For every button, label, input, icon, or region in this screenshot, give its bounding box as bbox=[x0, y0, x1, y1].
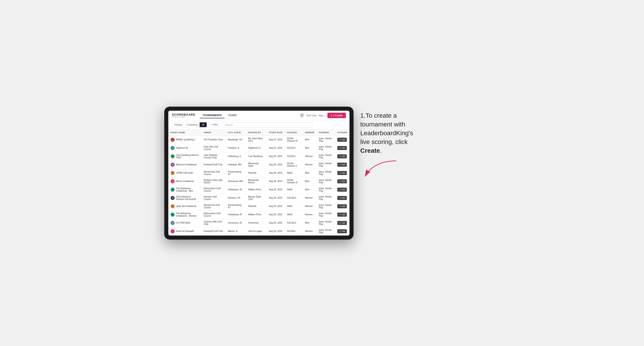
table-row: 🐎 Maverick Invitational Faribault Golf C… bbox=[168, 161, 350, 169]
table-row: ⛳ Highland 36 Park Hills Golf Course Fre… bbox=[168, 144, 350, 152]
annotation-period: . bbox=[380, 147, 382, 154]
city-state-cell-5: Deerwood, MN bbox=[226, 177, 246, 185]
tab-teams[interactable]: TEAMS bbox=[225, 113, 240, 118]
edit-button-2[interactable]: ✏ Edit bbox=[337, 154, 347, 158]
settings-icon[interactable]: ⚙ bbox=[300, 113, 304, 118]
events-table-container: EVENT NAME VENUE CITY, STATE HOSTED BY S… bbox=[168, 130, 350, 236]
header-right: ⚙ Test User Sign... + + Create bbox=[300, 113, 346, 118]
table-row: 🦅 upike fall invitational StoneCrest Gol… bbox=[168, 202, 350, 210]
scoring-cell-7: team, Stroke Play bbox=[316, 194, 335, 202]
venue-cell-11: Kokopelli Golf Club bbox=[202, 227, 226, 235]
scoring-cell-9: team, Stroke Play bbox=[316, 210, 335, 219]
division-cell-2: NJCAA I bbox=[285, 152, 303, 161]
edit-icon-5: ✏ bbox=[339, 180, 341, 182]
actions-cell-5: ✏ Edit bbox=[335, 177, 350, 185]
venue-cell-2: Lake Bracken Country Club bbox=[202, 152, 226, 161]
app-header: SCOREBOARD Powered by Clippit TOURNAMENT… bbox=[168, 111, 350, 120]
edit-button-3[interactable]: ✏ Edit bbox=[337, 163, 347, 167]
sign-link[interactable]: Sign... bbox=[318, 114, 326, 117]
team-logo-5: 🦊 bbox=[170, 179, 175, 183]
col-hosted-by: HOSTED BY bbox=[246, 130, 266, 136]
city-state-cell-0: Newburgh, NY bbox=[226, 136, 246, 144]
start-date-cell-2: Aug 26, 2023 bbox=[266, 152, 285, 161]
col-actions: ACTIONS bbox=[335, 130, 350, 136]
search-wrapper bbox=[222, 122, 312, 128]
actions-cell-6: ✏ Edit bbox=[335, 185, 350, 194]
annotation-create-bold: Create bbox=[360, 147, 380, 154]
filter-hosting-btn[interactable]: Hosting bbox=[172, 122, 184, 127]
gender-cell-1: Men bbox=[303, 144, 317, 152]
actions-cell-10: ✏ Edit bbox=[335, 219, 350, 227]
actions-cell-9: ✏ Edit bbox=[335, 210, 350, 219]
division-cell-1: NJCAA I bbox=[285, 144, 303, 152]
gender-cell-2: Women bbox=[303, 152, 317, 161]
team-logo-10: 🎯 bbox=[170, 221, 175, 225]
filter-btn-group: Hosting Competing All bbox=[172, 122, 207, 127]
gender-cell-9: Women bbox=[303, 210, 317, 219]
event-name-5: Morris Invitational bbox=[176, 180, 194, 182]
division-cell-3: NCAA Division II bbox=[285, 161, 303, 169]
gender-cell-4: Men bbox=[303, 169, 317, 177]
event-name-10: VU PREVIEW bbox=[176, 222, 190, 224]
division-cell-8: NAIA bbox=[285, 202, 303, 210]
filter-competing-btn[interactable]: Competing bbox=[184, 122, 200, 127]
search-input[interactable] bbox=[222, 122, 312, 128]
city-state-cell-10: Vincennes, IN bbox=[226, 219, 246, 227]
edit-button-11[interactable]: ✏ Edit bbox=[337, 229, 347, 233]
start-date-cell-4: Aug 28, 2023 bbox=[266, 169, 285, 177]
edit-icon-4: ✏ bbox=[339, 172, 341, 174]
annotation-line-3: LeaderboardKing's bbox=[360, 130, 413, 137]
hosted-by-cell-7: Murray State (OK) bbox=[246, 194, 266, 202]
tablet-screen: SCOREBOARD Powered by Clippit TOURNAMENT… bbox=[168, 111, 350, 236]
edit-button-1[interactable]: ✏ Edit bbox=[337, 146, 347, 150]
filter-all-btn[interactable]: All bbox=[200, 122, 207, 127]
arrow-svg bbox=[360, 159, 401, 181]
event-name-0: MSMC Qualifying 1 bbox=[176, 138, 195, 141]
hosted-by-cell-1: Highland CC bbox=[246, 144, 266, 152]
app-logo-sub: Powered by Clippit bbox=[172, 116, 195, 118]
start-date-cell-5: Aug 28, 2023 bbox=[266, 177, 285, 185]
start-date-cell-9: Aug 28, 2023 bbox=[266, 210, 285, 219]
filter-options-button[interactable]: ≡ Filter bbox=[209, 122, 220, 127]
venue-cell-9: Edmundson Golf Course bbox=[202, 210, 226, 219]
edit-button-10[interactable]: ✏ Edit bbox=[337, 221, 347, 225]
toolbar: Hosting Competing All ≡ Filter bbox=[168, 120, 350, 130]
col-gender: GENDER bbox=[303, 130, 317, 136]
actions-cell-1: ✏ Edit bbox=[335, 144, 350, 152]
division-cell-5: NCAA Division III bbox=[285, 177, 303, 185]
create-button[interactable]: + + Create bbox=[328, 113, 346, 118]
city-state-cell-11: Marion, IL bbox=[226, 227, 246, 235]
actions-cell-3: ✏ Edit bbox=[335, 161, 350, 169]
event-name-2: Carl Sandburg Women FA23 bbox=[176, 154, 199, 159]
start-date-cell-8: Aug 28, 2023 bbox=[266, 202, 285, 210]
start-date-cell-7: Aug 28, 2023 bbox=[266, 194, 285, 202]
table-row: 🦅 UPIKE Fall Invite StoneCrest Golf Cour… bbox=[168, 169, 350, 177]
tab-tournaments[interactable]: TOURNAMENTS bbox=[200, 113, 224, 118]
event-name-cell-11: 🌺 Klash at Kokopelli bbox=[168, 227, 202, 235]
event-name-cell-0: 🏌 MSMC Qualifying 1 bbox=[168, 136, 202, 144]
create-plus-icon: + bbox=[330, 114, 332, 117]
hosted-by-cell-8: Pikeville bbox=[246, 202, 266, 210]
gender-cell-0: Men bbox=[303, 136, 317, 144]
table-row: 🎯 VU PREVIEW Cypress Hills Golf Club Vin… bbox=[168, 219, 350, 227]
event-name-cell-9: 🏛 Fall Statesmen Invitational - Women bbox=[168, 210, 202, 219]
actions-cell-0: ✏ Edit bbox=[335, 136, 350, 144]
create-label: + Create bbox=[333, 114, 343, 117]
hosted-by-cell-11: John A Logan bbox=[246, 227, 266, 235]
edit-button-4[interactable]: ✏ Edit bbox=[337, 171, 347, 175]
table-row: 🌺 Klash at Kokopelli Kokopelli Golf Club… bbox=[168, 227, 350, 235]
table-row: ⚡ 2023 Women's Hesston Fall Kickoff Hess… bbox=[168, 194, 350, 202]
event-name-8: upike fall invitational bbox=[176, 205, 196, 207]
edit-button-6[interactable]: ✏ Edit bbox=[337, 188, 347, 192]
edit-button-7[interactable]: ✏ Edit bbox=[337, 196, 347, 200]
event-name-7: 2023 Women's Hesston Fall Kickoff bbox=[176, 195, 199, 200]
team-logo-2: 🎓 bbox=[170, 154, 175, 158]
edit-button-5[interactable]: ✏ Edit bbox=[337, 179, 347, 183]
city-state-cell-1: Freeport, IL bbox=[226, 144, 246, 152]
start-date-cell-11: Aug 28, 2023 bbox=[266, 227, 285, 235]
edit-icon-11: ✏ bbox=[339, 230, 341, 232]
edit-button-9[interactable]: ✏ Edit bbox=[337, 213, 347, 217]
edit-button-0[interactable]: ✏ Edit bbox=[337, 138, 347, 142]
edit-button-8[interactable]: ✏ Edit bbox=[337, 204, 347, 208]
page-wrapper: SCOREBOARD Powered by Clippit TOURNAMENT… bbox=[164, 107, 480, 240]
